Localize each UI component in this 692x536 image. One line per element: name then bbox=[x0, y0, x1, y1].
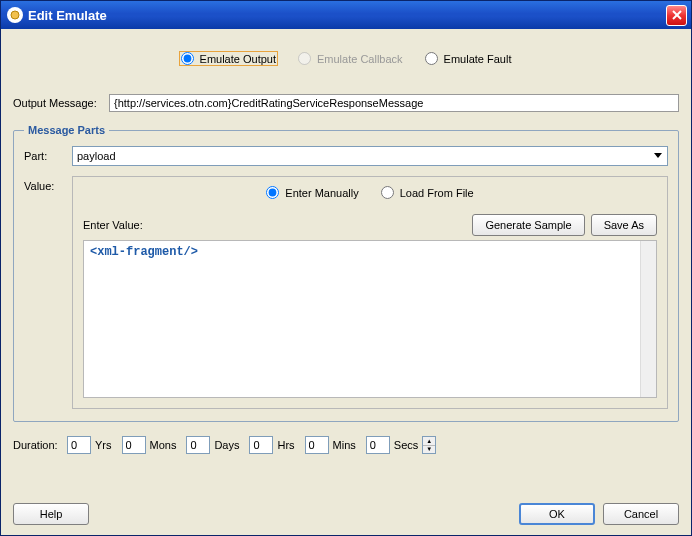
duration-label: Duration: bbox=[13, 439, 63, 451]
title-bar: Edit Emulate bbox=[1, 1, 691, 29]
duration-hrs-input[interactable] bbox=[249, 436, 273, 454]
duration-row: Duration: Yrs Mons Days Hrs Mins Secs ▲ … bbox=[13, 436, 679, 454]
duration-mons-unit: Mons bbox=[150, 439, 177, 451]
spinner-up-icon[interactable]: ▲ bbox=[423, 437, 435, 446]
value-label: Value: bbox=[24, 176, 64, 192]
radio-emulate-callback-input bbox=[298, 52, 311, 65]
part-label: Part: bbox=[24, 150, 64, 162]
radio-emulate-callback-label: Emulate Callback bbox=[317, 53, 403, 65]
cancel-button[interactable]: Cancel bbox=[603, 503, 679, 525]
app-icon bbox=[7, 7, 23, 23]
duration-days-input[interactable] bbox=[186, 436, 210, 454]
svg-marker-3 bbox=[654, 153, 662, 158]
output-message-label: Output Message: bbox=[13, 97, 101, 109]
chevron-down-icon[interactable] bbox=[650, 148, 666, 164]
scrollbar[interactable] bbox=[640, 241, 656, 397]
mode-selector: Emulate Output Emulate Callback Emulate … bbox=[13, 29, 679, 94]
part-row: Part: bbox=[24, 146, 668, 166]
radio-emulate-output-label: Emulate Output bbox=[200, 53, 276, 65]
spinner-down-icon[interactable]: ▼ bbox=[423, 446, 435, 454]
help-button[interactable]: Help bbox=[13, 503, 89, 525]
radio-emulate-callback: Emulate Callback bbox=[296, 51, 405, 66]
value-panel: Enter Manually Load From File Enter Valu… bbox=[72, 176, 668, 409]
close-button[interactable] bbox=[666, 5, 687, 26]
message-parts-legend: Message Parts bbox=[24, 124, 109, 136]
dialog-buttons: Help OK Cancel bbox=[13, 503, 679, 525]
radio-load-from-file-input[interactable] bbox=[381, 186, 394, 199]
svg-point-0 bbox=[11, 11, 19, 19]
message-parts-fieldset: Message Parts Part: Value: Enter Manuall… bbox=[13, 124, 679, 422]
radio-emulate-fault-input[interactable] bbox=[425, 52, 438, 65]
radio-load-from-file[interactable]: Load From File bbox=[379, 185, 476, 200]
radio-emulate-fault[interactable]: Emulate Fault bbox=[423, 51, 514, 66]
radio-emulate-fault-label: Emulate Fault bbox=[444, 53, 512, 65]
duration-yrs-input[interactable] bbox=[67, 436, 91, 454]
value-editor-text[interactable]: <xml-fragment/> bbox=[84, 241, 640, 397]
part-dropdown-input[interactable] bbox=[72, 146, 668, 166]
ok-button[interactable]: OK bbox=[519, 503, 595, 525]
duration-secs-unit: Secs bbox=[394, 439, 418, 451]
value-editor[interactable]: <xml-fragment/> bbox=[83, 240, 657, 398]
radio-emulate-output[interactable]: Emulate Output bbox=[179, 51, 278, 66]
enter-value-label: Enter Value: bbox=[83, 219, 472, 231]
duration-mons-input[interactable] bbox=[122, 436, 146, 454]
radio-enter-manually-label: Enter Manually bbox=[285, 187, 358, 199]
duration-mins-input[interactable] bbox=[305, 436, 329, 454]
value-row: Value: Enter Manually Load From File Ent… bbox=[24, 176, 668, 409]
save-as-button[interactable]: Save As bbox=[591, 214, 657, 236]
duration-days-unit: Days bbox=[214, 439, 239, 451]
duration-spinner[interactable]: ▲ ▼ bbox=[422, 436, 436, 454]
duration-yrs-unit: Yrs bbox=[95, 439, 112, 451]
radio-enter-manually-input[interactable] bbox=[266, 186, 279, 199]
duration-secs-input[interactable] bbox=[366, 436, 390, 454]
radio-emulate-output-input[interactable] bbox=[181, 52, 194, 65]
radio-load-from-file-label: Load From File bbox=[400, 187, 474, 199]
window-title: Edit Emulate bbox=[28, 8, 666, 23]
value-source-selector: Enter Manually Load From File bbox=[83, 185, 657, 200]
output-message-row: Output Message: bbox=[13, 94, 679, 112]
radio-enter-manually[interactable]: Enter Manually bbox=[264, 185, 360, 200]
generate-sample-button[interactable]: Generate Sample bbox=[472, 214, 584, 236]
enter-value-row: Enter Value: Generate Sample Save As bbox=[83, 214, 657, 236]
output-message-field[interactable] bbox=[109, 94, 679, 112]
part-dropdown[interactable] bbox=[72, 146, 668, 166]
close-icon bbox=[672, 10, 682, 20]
duration-mins-unit: Mins bbox=[333, 439, 356, 451]
duration-hrs-unit: Hrs bbox=[277, 439, 294, 451]
